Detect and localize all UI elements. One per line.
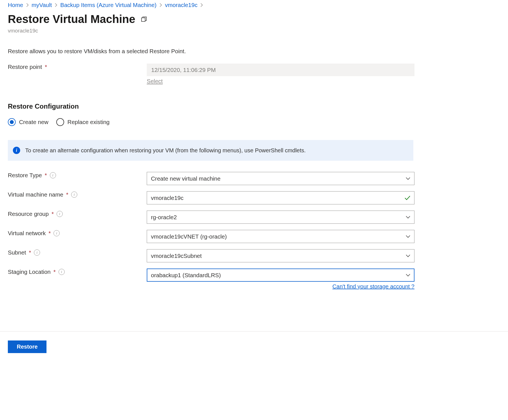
- page-title: Restore Virtual Machine: [8, 13, 135, 25]
- required-indicator: *: [29, 249, 31, 256]
- svg-rect-0: [141, 18, 145, 21]
- subnet-value: vmoracle19cSubnet: [151, 253, 202, 259]
- page-subtitle: vmoracle19c: [8, 28, 500, 34]
- staging-location-dropdown[interactable]: orabackup1 (StandardLRS): [147, 269, 414, 282]
- chevron-down-icon: [406, 216, 411, 219]
- radio-replace-existing-label: Replace existing: [67, 119, 109, 125]
- subnet-dropdown[interactable]: vmoracle19cSubnet: [147, 249, 414, 262]
- pin-icon[interactable]: [140, 16, 148, 23]
- restore-button[interactable]: Restore: [8, 340, 46, 353]
- required-indicator: *: [45, 172, 47, 179]
- chevron-right-icon: [26, 3, 29, 7]
- subnet-label: Subnet: [8, 249, 26, 256]
- info-icon[interactable]: i: [71, 192, 77, 198]
- chevron-right-icon: [200, 3, 203, 7]
- resource-group-label: Resource group: [8, 211, 49, 217]
- restore-point-label: Restore point: [8, 64, 42, 70]
- vm-name-field[interactable]: [151, 192, 402, 204]
- restore-type-label: Restore Type: [8, 172, 42, 179]
- breadcrumb-vm[interactable]: vmoracle19c: [165, 2, 197, 8]
- breadcrumb-vault[interactable]: myVault: [32, 2, 52, 8]
- required-indicator: *: [53, 269, 56, 275]
- restore-type-value: Create new virtual machine: [151, 175, 220, 182]
- required-indicator: *: [48, 230, 51, 237]
- vm-name-label: Virtual machine name: [8, 191, 63, 198]
- restore-point-value: 12/15/2020, 11:06:29 PM: [147, 64, 414, 76]
- footer: Restore: [0, 331, 508, 362]
- breadcrumb-home[interactable]: Home: [8, 2, 23, 8]
- intro-text: Restore allows you to restore VM/disks f…: [8, 48, 500, 55]
- radio-button-icon: [8, 118, 16, 126]
- required-indicator: *: [45, 64, 47, 70]
- storage-account-help-link[interactable]: Can't find your storage account ?: [147, 283, 414, 290]
- virtual-network-value: vmoracle19cVNET (rg-oracle): [151, 233, 227, 240]
- breadcrumb-backup-items[interactable]: Backup Items (Azure Virtual Machine): [60, 2, 157, 8]
- resource-group-value: rg-oracle2: [151, 214, 177, 220]
- vm-name-input[interactable]: [147, 191, 414, 204]
- info-icon[interactable]: i: [50, 172, 56, 178]
- radio-create-new-label: Create new: [19, 119, 48, 125]
- required-indicator: *: [66, 191, 68, 198]
- breadcrumb: Home myVault Backup Items (Azure Virtual…: [8, 0, 500, 8]
- restore-type-dropdown[interactable]: Create new virtual machine: [147, 172, 414, 185]
- staging-location-label: Staging Location: [8, 269, 51, 275]
- radio-replace-existing[interactable]: Replace existing: [56, 118, 109, 126]
- chevron-down-icon: [406, 274, 411, 277]
- radio-button-icon: [56, 118, 64, 126]
- chevron-right-icon: [55, 3, 57, 7]
- restore-config-radio-group: Create new Replace existing: [8, 118, 500, 126]
- info-icon[interactable]: i: [59, 269, 65, 275]
- virtual-network-dropdown[interactable]: vmoracle19cVNET (rg-oracle): [147, 230, 414, 243]
- chevron-right-icon: [159, 3, 162, 7]
- resource-group-dropdown[interactable]: rg-oracle2: [147, 211, 414, 224]
- chevron-down-icon: [406, 235, 411, 238]
- checkmark-icon: [404, 195, 411, 200]
- info-icon[interactable]: i: [53, 230, 60, 236]
- restore-point-select-link[interactable]: Select: [147, 78, 163, 85]
- chevron-down-icon: [406, 254, 411, 258]
- info-icon: i: [13, 147, 20, 154]
- virtual-network-label: Virtual network: [8, 230, 46, 237]
- required-indicator: *: [52, 211, 54, 217]
- info-icon[interactable]: i: [57, 211, 63, 217]
- info-icon[interactable]: i: [34, 249, 40, 256]
- radio-create-new[interactable]: Create new: [8, 118, 48, 126]
- section-heading-restore-config: Restore Configuration: [8, 102, 500, 110]
- info-bar-text: To create an alternate configuration whe…: [25, 147, 306, 154]
- chevron-down-icon: [406, 177, 411, 180]
- info-bar: i To create an alternate configuration w…: [8, 140, 413, 161]
- staging-location-value: orabackup1 (StandardLRS): [151, 272, 221, 278]
